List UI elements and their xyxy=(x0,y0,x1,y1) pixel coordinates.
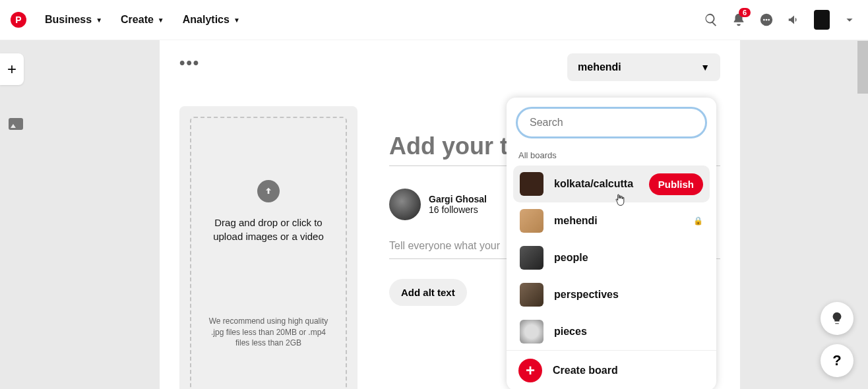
board-name: pieces xyxy=(554,326,703,338)
nav-business[interactable]: Business ▼ xyxy=(36,14,111,26)
avatar[interactable] xyxy=(814,10,830,30)
content-area: ••• mehendi ▼ Drag and drop or click to … xyxy=(32,40,868,389)
board-thumbnail xyxy=(520,209,543,233)
profile-name: Gargi Ghosal xyxy=(429,194,487,204)
board-thumbnail xyxy=(520,172,543,196)
megaphone-icon[interactable] xyxy=(786,12,802,28)
hint-button[interactable] xyxy=(821,302,853,335)
profile-followers: 16 followers xyxy=(429,204,487,215)
board-name: perspectives xyxy=(554,289,703,301)
plus-icon: + xyxy=(518,359,542,382)
bell-icon[interactable]: 6 xyxy=(731,12,747,28)
board-thumbnail xyxy=(520,320,543,344)
nav-label: Business xyxy=(45,14,92,26)
more-options-icon[interactable]: ••• xyxy=(179,53,200,72)
svg-point-3 xyxy=(768,19,770,21)
header-icon-group: 6 xyxy=(703,10,857,30)
upload-zone[interactable]: Drag and drop or click to upload images … xyxy=(179,106,357,389)
chevron-down-icon: ▼ xyxy=(158,16,164,24)
create-board-button[interactable]: + Create board xyxy=(507,350,716,389)
board-thumbnail xyxy=(520,246,543,270)
upload-arrow-icon xyxy=(257,180,280,202)
search-icon[interactable] xyxy=(703,12,719,28)
add-button[interactable]: + xyxy=(0,53,24,85)
upload-main-text: Drag and drop or click to upload images … xyxy=(204,216,332,243)
help-button-group: ? xyxy=(821,302,853,377)
chevron-down-icon: ▼ xyxy=(233,16,240,24)
board-dropdown: All boards kolkata/calcutta Publish mehe… xyxy=(507,98,716,389)
svg-point-1 xyxy=(763,19,765,21)
chevron-down-icon: ▼ xyxy=(96,16,102,24)
svg-point-2 xyxy=(766,19,768,21)
nav-create[interactable]: Create ▼ xyxy=(111,14,173,26)
pinterest-logo[interactable] xyxy=(11,12,26,28)
board-name: people xyxy=(554,252,703,264)
board-name: kolkata/calcutta xyxy=(554,178,638,190)
avatar xyxy=(389,189,421,220)
image-icon[interactable] xyxy=(9,118,23,130)
create-board-label: Create board xyxy=(553,365,704,376)
top-header: Business ▼ Create ▼ Analytics ▼ 6 xyxy=(0,0,868,40)
publish-button[interactable]: Publish xyxy=(649,173,703,195)
board-section-label: All boards xyxy=(507,148,716,165)
board-item-kolkata[interactable]: kolkata/calcutta Publish xyxy=(513,165,710,202)
board-search-input[interactable] xyxy=(516,107,707,138)
board-thumbnail xyxy=(520,283,543,307)
board-item-people[interactable]: people xyxy=(513,239,710,276)
nav-label: Analytics xyxy=(183,14,230,26)
board-item-pieces[interactable]: pieces xyxy=(513,313,710,350)
messages-icon[interactable] xyxy=(759,12,774,28)
left-sidebar: + xyxy=(0,40,32,389)
notification-badge: 6 xyxy=(739,8,751,17)
add-alt-text-button[interactable]: Add alt text xyxy=(389,279,467,306)
upload-hint-text: We recommend using high quality .jpg fil… xyxy=(204,316,332,349)
main-area: + ••• mehendi ▼ Drag and drop or click t… xyxy=(0,40,868,389)
lock-icon: 🔒 xyxy=(693,216,703,225)
board-name: mehendi xyxy=(554,215,683,227)
chevron-down-icon[interactable] xyxy=(842,12,857,28)
board-item-perspectives[interactable]: perspectives xyxy=(513,276,710,313)
help-button[interactable]: ? xyxy=(821,344,853,377)
nav-analytics[interactable]: Analytics ▼ xyxy=(173,14,249,26)
board-select-trigger[interactable]: mehendi ▼ xyxy=(567,53,720,81)
selected-board-label: mehendi xyxy=(578,61,621,73)
board-list: kolkata/calcutta Publish mehendi 🔒 peopl… xyxy=(507,165,716,350)
board-item-mehendi[interactable]: mehendi 🔒 xyxy=(513,202,710,239)
chevron-down-icon: ▼ xyxy=(700,62,710,73)
nav-label: Create xyxy=(121,14,154,26)
scrollbar[interactable] xyxy=(857,41,868,94)
